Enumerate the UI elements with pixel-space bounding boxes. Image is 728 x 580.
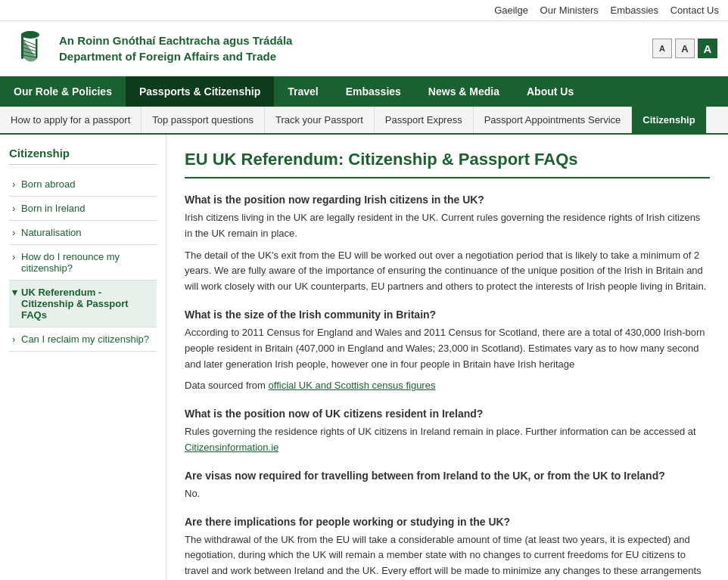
top-utility-bar: Gaeilge Our Ministers Embassies Contact … [0, 0, 728, 21]
faq-item-2: What is the size of the Irish community … [185, 309, 710, 394]
nav-passports-citizenship[interactable]: Passports & Citizenship [126, 76, 274, 107]
text-size-small-btn[interactable]: A [652, 39, 672, 58]
faq-answer-1-p1: Irish citizens living in the UK are lega… [185, 210, 710, 242]
svg-point-0 [21, 31, 39, 39]
site-title: An Roinn Gnóthaí Eachtracha agus Trádála… [59, 33, 292, 64]
census-figures-link[interactable]: official UK and Scottish census figures [269, 380, 436, 391]
sidebar: Citizenship Born abroad Born in Ireland … [0, 135, 166, 580]
harp-logo-icon [11, 29, 50, 68]
faq-answer-5-p1: The withdrawal of the UK from the EU wil… [185, 532, 710, 580]
gaeilge-link[interactable]: Gaeilge [494, 5, 528, 16]
sidebar-item-uk-referendum: UK Referendum - Citizenship & Passport F… [9, 281, 157, 327]
sidebar-item-born-ireland: Born in Ireland [9, 197, 157, 221]
contact-us-link[interactable]: Contact Us [670, 5, 719, 16]
subnav-citizenship[interactable]: Citizenship [632, 107, 706, 133]
nav-news-media[interactable]: News & Media [415, 76, 513, 107]
faq-item-4: Are visas now required for travelling be… [185, 470, 710, 502]
site-header: An Roinn Gnóthaí Eachtracha agus Trádála… [0, 21, 728, 76]
embassies-top-link[interactable]: Embassies [610, 5, 658, 16]
main-navigation: Our Role & Policies Passports & Citizens… [0, 76, 728, 107]
subnav-appointments[interactable]: Passport Appointments Service [474, 107, 633, 133]
sidebar-link-born-ireland[interactable]: Born in Ireland [9, 197, 157, 220]
text-size-large-btn[interactable]: A [698, 39, 717, 58]
faq-answer-1-p2: The detail of the UK's exit from the EU … [185, 248, 710, 295]
svg-rect-1 [21, 35, 23, 59]
subnav-top-questions[interactable]: Top passport questions [142, 107, 265, 133]
sidebar-link-reclaim[interactable]: Can I reclaim my citizenship? [9, 327, 157, 351]
sidebar-item-renounce: How do I renounce my citizenship? [9, 245, 157, 281]
sidebar-item-naturalisation: Naturalisation [9, 221, 157, 245]
subnav-how-to-apply[interactable]: How to apply for a passport [0, 107, 142, 133]
faq-question-5: Are there implications for people workin… [185, 516, 710, 528]
sidebar-link-born-abroad[interactable]: Born abroad [9, 172, 157, 196]
sidebar-menu: Born abroad Born in Ireland Naturalisati… [9, 172, 157, 352]
faq-answer-2-p1: According to 2011 Census for England and… [185, 325, 710, 372]
sidebar-link-renounce[interactable]: How do I renounce my citizenship? [9, 245, 157, 280]
faq-answer-3-p1: Rules governing the residence rights of … [185, 424, 710, 456]
sidebar-link-naturalisation[interactable]: Naturalisation [9, 221, 157, 244]
logo-area: An Roinn Gnóthaí Eachtracha agus Trádála… [11, 29, 292, 68]
faq-question-2: What is the size of the Irish community … [185, 309, 710, 321]
faq-answer-4-p1: No. [185, 486, 710, 502]
subnav-track-passport[interactable]: Track your Passport [265, 107, 375, 133]
sidebar-item-born-abroad: Born abroad [9, 172, 157, 197]
sub-navigation: How to apply for a passport Top passport… [0, 107, 728, 135]
nav-travel[interactable]: Travel [274, 76, 331, 107]
nav-embassies[interactable]: Embassies [332, 76, 415, 107]
sidebar-item-reclaim: Can I reclaim my citizenship? [9, 327, 157, 352]
nav-about-us[interactable]: About Us [513, 76, 587, 107]
faq-item-1: What is the position now regarding Irish… [185, 194, 710, 295]
nav-our-role[interactable]: Our Role & Policies [0, 76, 126, 107]
faq-question-3: What is the position now of UK citizens … [185, 408, 710, 420]
sidebar-link-uk-referendum[interactable]: UK Referendum - Citizenship & Passport F… [9, 281, 157, 327]
page-title: EU UK Referendum: Citizenship & Passport… [185, 150, 710, 178]
subnav-passport-express[interactable]: Passport Express [375, 107, 474, 133]
page-container: Citizenship Born abroad Born in Ireland … [0, 135, 728, 580]
faq-item-5: Are there implications for people workin… [185, 516, 710, 580]
faq-item-3: What is the position now of UK citizens … [185, 408, 710, 456]
text-size-controls: A A A [652, 39, 717, 58]
faq-question-1: What is the position now regarding Irish… [185, 194, 710, 206]
faq-question-4: Are visas now required for travelling be… [185, 470, 710, 482]
citizensinformation-link[interactable]: Citizensinformation.ie [185, 442, 278, 453]
sidebar-title: Citizenship [9, 147, 157, 165]
our-ministers-link[interactable]: Our Ministers [540, 5, 599, 16]
text-size-medium-btn[interactable]: A [675, 39, 695, 58]
main-content: EU UK Referendum: Citizenship & Passport… [166, 135, 728, 580]
faq-answer-2-p2: Data sourced from official UK and Scotti… [185, 378, 710, 394]
